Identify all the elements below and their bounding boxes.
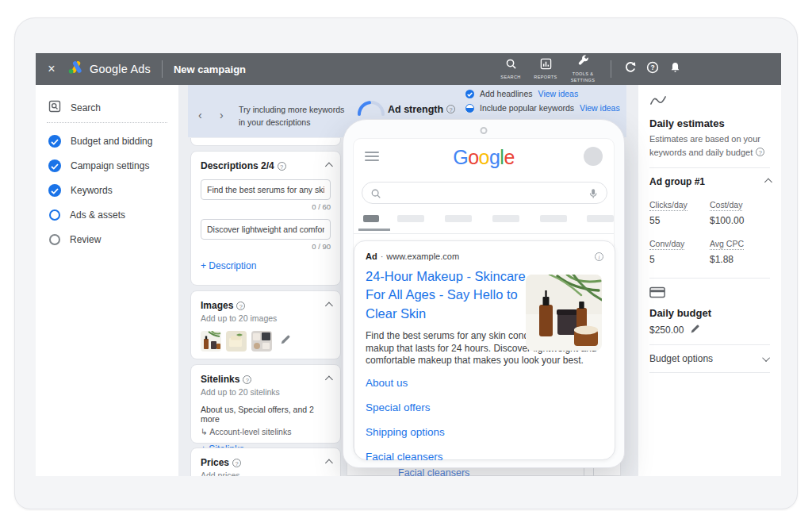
add-description-link[interactable]: + Description — [201, 260, 331, 271]
sidebar-item-review[interactable]: Review — [36, 229, 178, 250]
char-counter: 0 / 60 — [201, 202, 331, 211]
search-icon — [370, 188, 381, 202]
sitelinks-subtitle: Add up to 20 sitelinks — [201, 387, 331, 397]
active-tab-underline — [358, 229, 390, 231]
tab-placeholder — [445, 215, 472, 222]
topbar-divider-2 — [611, 60, 611, 78]
estimates-panel: Daily estimates Estimates are based on y… — [638, 85, 781, 476]
tools-wrench-icon — [577, 55, 589, 70]
edit-pencil-icon[interactable] — [280, 334, 291, 348]
panel-divider — [649, 344, 770, 345]
sitelinks-title: Sitelinks — [201, 374, 239, 385]
collapse-caret-icon[interactable] — [325, 375, 333, 383]
metric-conversions: Conv/day 5 — [649, 236, 710, 265]
ad-sitelinks: About us Special offers Shipping options… — [366, 377, 603, 463]
app-screen: × Google Ads New campaign — [36, 53, 781, 476]
toolbar-search-button[interactable]: SEARCH — [493, 58, 528, 80]
account-level-sitelinks: ↳ Account-level sitelinks — [201, 427, 331, 436]
googleads-logo-icon — [67, 60, 83, 78]
budget-options-toggle[interactable]: Budget options — [649, 353, 770, 364]
collapse-caret-icon[interactable] — [325, 302, 333, 309]
image-thumbnail-2[interactable] — [226, 331, 247, 352]
background-sitelink-text: Facial cleansers — [398, 467, 469, 476]
sidebar-item-search[interactable]: Search — [36, 98, 178, 118]
google-logo: Google — [354, 146, 614, 169]
chevron-right-icon[interactable]: › — [220, 109, 224, 121]
collapse-caret-icon[interactable] — [325, 162, 333, 170]
sidebar-item-ads-assets[interactable]: Ads & assets — [36, 205, 178, 225]
help-icon: ? — [646, 61, 659, 77]
toolbar-search-label: SEARCH — [500, 75, 520, 80]
half-progress-icon — [465, 104, 474, 113]
metric-value: 55 — [649, 215, 710, 226]
check-circle-icon — [48, 135, 61, 148]
reports-icon — [540, 58, 552, 73]
active-step-icon — [49, 209, 60, 221]
metric-label: Conv/day — [649, 239, 684, 250]
ad-group-header[interactable]: Ad group #1 — [649, 176, 770, 187]
banner-tip-text: Try including more keywords in your desc… — [239, 104, 346, 129]
close-icon[interactable]: × — [36, 62, 67, 76]
ad-preview-card: Ad · www.example.com i 24-Hour Makeup - … — [354, 240, 615, 460]
todo-step-icon — [49, 234, 60, 245]
toolbar-reports-button[interactable]: REPORTS — [528, 58, 563, 80]
help-circle-icon[interactable]: ? — [278, 162, 286, 171]
sitelinks-card: Sitelinks ? Add up to 20 sitelinks About… — [190, 364, 341, 444]
expand-caret-icon[interactable] — [762, 354, 770, 362]
mobile-preview: Google — [343, 119, 625, 468]
image-thumbnail-3[interactable] — [251, 331, 272, 352]
refresh-button[interactable] — [619, 61, 642, 77]
ad-sitelink: Shipping options — [366, 426, 603, 438]
edit-pencil-icon[interactable] — [690, 324, 700, 336]
ad-strength-gauge-icon — [357, 98, 385, 119]
search-icon — [505, 58, 517, 73]
metric-value: $100.00 — [710, 215, 770, 226]
sidebar-item-budget[interactable]: Budget and bidding — [36, 131, 178, 152]
sidebar-item-campaign-settings[interactable]: Campaign settings — [36, 156, 178, 176]
images-subtitle: Add up to 20 images — [201, 313, 331, 323]
panel-divider — [649, 278, 770, 279]
help-circle-icon[interactable]: ? — [446, 105, 455, 113]
help-circle-icon[interactable]: ? — [243, 375, 251, 384]
ad-sitelink: Special offers — [366, 402, 603, 413]
sitelinks-summary: About us, Special offers, and 2 more — [201, 405, 331, 424]
panel-divider — [649, 167, 770, 168]
chevron-left-icon[interactable]: ‹ — [198, 109, 202, 121]
help-circle-icon[interactable]: ? — [236, 302, 245, 310]
description-input-2[interactable] — [201, 219, 331, 240]
ad-sitelink: About us — [366, 377, 603, 389]
bell-icon — [669, 61, 681, 77]
notifications-button[interactable] — [664, 61, 686, 77]
preview-tabs — [354, 215, 614, 232]
metric-cost: Cost/day $100.00 — [710, 197, 770, 226]
metric-label: Clicks/day — [649, 200, 688, 211]
credit-card-icon — [649, 286, 770, 302]
microphone-icon — [588, 187, 599, 203]
prices-card: Prices ? Add prices — [190, 448, 341, 476]
metric-label: Cost/day — [710, 200, 742, 211]
prices-subtitle: Add prices — [201, 471, 331, 476]
brand-text: Google Ads — [90, 63, 151, 75]
help-circle-icon[interactable]: ? — [756, 148, 764, 156]
collapse-caret-icon[interactable] — [764, 178, 772, 186]
toolbar-tools-button[interactable]: TOOLS & SETTINGS — [563, 55, 603, 83]
suggestion-label: Add headlines — [480, 89, 533, 98]
check-circle-icon — [48, 159, 61, 172]
sidebar-item-label: Ads & assets — [70, 209, 125, 221]
help-button[interactable]: ? — [642, 61, 664, 77]
suggestion-add-headlines: Add headlines View ideas — [465, 89, 578, 98]
description-input-1[interactable] — [201, 179, 331, 200]
images-card: Images ? Add up to 20 images — [190, 290, 341, 359]
view-ideas-link[interactable]: View ideas — [580, 103, 620, 113]
view-ideas-link[interactable]: View ideas — [538, 89, 579, 98]
refresh-icon — [624, 61, 637, 77]
tab-placeholder — [540, 215, 567, 222]
image-thumbnail-1[interactable] — [201, 331, 221, 352]
topbar: × Google Ads New campaign — [36, 53, 781, 85]
ad-url: www.example.com — [386, 252, 459, 261]
sidebar-item-keywords[interactable]: Keywords — [36, 180, 178, 201]
prices-title: Prices — [201, 457, 229, 468]
collapse-caret-icon[interactable] — [325, 459, 333, 467]
toolbar-tools-label: TOOLS & SETTINGS — [563, 71, 603, 83]
help-circle-icon[interactable]: ? — [232, 459, 241, 467]
